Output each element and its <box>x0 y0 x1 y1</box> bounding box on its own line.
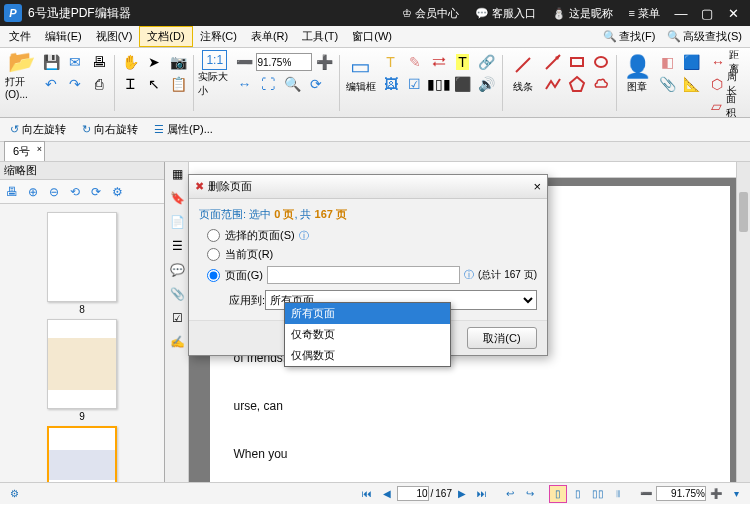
text-edit-button[interactable]: T <box>380 51 402 73</box>
thumbnail-page-8[interactable]: 8 <box>4 212 160 315</box>
properties-button[interactable]: ☰属性(P)... <box>148 120 219 139</box>
thumbnail-page-9[interactable]: 9 <box>4 319 160 422</box>
view-single[interactable]: ▯ <box>549 485 567 503</box>
zoom-out-nav[interactable]: ➖ <box>637 485 655 503</box>
thumb-zoom-out[interactable]: ⊖ <box>44 182 64 202</box>
opt-selected-pages[interactable]: 选择的页面(S) ⓘ <box>207 228 537 243</box>
area-tool[interactable]: ▱ 面积 <box>707 95 745 117</box>
page-input[interactable] <box>397 486 429 501</box>
nav-back[interactable]: ↩ <box>501 485 519 503</box>
highlight-button[interactable]: T <box>452 51 474 73</box>
radio-current[interactable] <box>207 248 220 261</box>
undo-button[interactable]: ↶ <box>40 73 62 95</box>
arrow-shape[interactable] <box>542 51 564 73</box>
sidebar-comments-tab[interactable]: 💬 <box>165 258 189 282</box>
thumb-print[interactable]: 🖶 <box>2 182 22 202</box>
thumb-rot-left[interactable]: ⟲ <box>65 182 85 202</box>
actual-size-button[interactable]: 1:1 实际大小 <box>198 52 231 96</box>
rotate-view-button[interactable]: ⟳ <box>305 73 327 95</box>
zoom-input[interactable] <box>656 486 706 501</box>
dropdown-option-odd[interactable]: 仅奇数页 <box>285 324 450 345</box>
pages-input[interactable] <box>267 266 460 284</box>
redact-button[interactable]: ⬛ <box>452 73 474 95</box>
nav-forward[interactable]: ↪ <box>521 485 539 503</box>
minimize-button[interactable]: — <box>668 0 694 26</box>
polygon-shape[interactable] <box>566 73 588 95</box>
thumb-zoom-in[interactable]: ⊕ <box>23 182 43 202</box>
view-facing[interactable]: ▯▯ <box>589 485 607 503</box>
clipboard-tool[interactable]: 📋 <box>167 73 189 95</box>
nav-first[interactable]: ⏮ <box>358 485 376 503</box>
attach-tool[interactable]: 📎 <box>656 73 678 95</box>
dropdown-option-even[interactable]: 仅偶数页 <box>285 345 450 366</box>
sidebar-fields-tab[interactable]: ☑ <box>165 306 189 330</box>
thumb-options[interactable]: ⚙ <box>107 182 127 202</box>
scan-button[interactable]: ⎙ <box>88 73 110 95</box>
nickname-button[interactable]: ⛄这是昵称 <box>544 0 621 26</box>
sidebar-thumbnails-tab[interactable]: ▦ <box>165 162 189 186</box>
radio-selected[interactable] <box>207 229 220 242</box>
edit-frame-button[interactable]: ▭ 编辑框 <box>344 52 377 96</box>
opt-current-page[interactable]: 当前页(R) <box>207 247 537 262</box>
link-button[interactable]: 🔗 <box>476 51 498 73</box>
line-shapes-button[interactable]: 线条 <box>506 52 539 96</box>
info-icon[interactable]: ⓘ <box>299 229 309 243</box>
zoom-in-button[interactable]: ➕ <box>313 51 335 73</box>
sidebar-sign-tab[interactable]: ✍ <box>165 330 189 354</box>
polyline-shape[interactable] <box>542 73 564 95</box>
barcode-button[interactable]: ▮▯▮ <box>428 73 450 95</box>
stamp-button[interactable]: 👤 图章 <box>621 52 654 96</box>
menu-window[interactable]: 窗口(W) <box>345 27 399 46</box>
rect-shape[interactable] <box>566 51 588 73</box>
opt-pages[interactable]: 页面(G) ⓘ (总计 167 页) <box>207 266 537 284</box>
service-button[interactable]: 💬客服入口 <box>467 0 544 26</box>
menu-file[interactable]: 文件 <box>2 27 38 46</box>
member-center-button[interactable]: ♔会员中心 <box>394 0 467 26</box>
mail-button[interactable]: ✉ <box>64 51 86 73</box>
view-continuous[interactable]: ▯ <box>569 485 587 503</box>
thumb-rot-right[interactable]: ⟳ <box>86 182 106 202</box>
nav-options[interactable]: ⚙ <box>5 485 23 503</box>
open-button[interactable]: 📂 打开(O)... <box>5 52 38 96</box>
nav-last[interactable]: ⏭ <box>473 485 491 503</box>
snapshot-tool[interactable]: 📷 <box>167 51 189 73</box>
menu-doc[interactable]: 文档(D) <box>139 26 192 47</box>
zoom-dropdown[interactable]: ▾ <box>727 485 745 503</box>
cancel-button[interactable]: 取消(C) <box>467 327 537 349</box>
zoom-select[interactable] <box>256 53 312 71</box>
rotate-left-button[interactable]: ↺向左旋转 <box>4 120 72 139</box>
zoom-in-nav[interactable]: ➕ <box>707 485 725 503</box>
ellipse-shape[interactable] <box>590 51 612 73</box>
close-button[interactable]: ✕ <box>720 0 746 26</box>
dropdown-option-all[interactable]: 所有页面 <box>285 303 450 324</box>
select-tool[interactable]: ➤ <box>143 51 165 73</box>
fit-page-button[interactable]: ⛶ <box>257 73 279 95</box>
marquee-zoom-button[interactable]: 🔍 <box>281 73 303 95</box>
find-button[interactable]: 🔍查找(F) <box>597 27 661 46</box>
image-edit-button[interactable]: 🖼 <box>380 73 402 95</box>
measure-tool[interactable]: 📐 <box>680 73 702 95</box>
radio-pages[interactable] <box>207 269 220 282</box>
nav-next[interactable]: ▶ <box>453 485 471 503</box>
sidebar-attach-tab[interactable]: 📎 <box>165 282 189 306</box>
rotate-right-button[interactable]: ↻向右旋转 <box>76 120 144 139</box>
cloud-shape[interactable] <box>590 73 612 95</box>
sound-button[interactable]: 🔊 <box>476 73 498 95</box>
document-tab[interactable]: 6号 × <box>4 141 45 161</box>
pointer-tool[interactable]: ↖ <box>143 73 165 95</box>
form-edit-button[interactable]: ☑ <box>404 73 426 95</box>
save-button[interactable]: 💾 <box>40 51 62 73</box>
info-icon-2[interactable]: ⓘ <box>464 268 474 282</box>
menu-annot[interactable]: 注释(C) <box>193 27 244 46</box>
view-cont-facing[interactable]: ⫴ <box>609 485 627 503</box>
redo-button[interactable]: ↷ <box>64 73 86 95</box>
advanced-find-button[interactable]: 🔍高级查找(S) <box>661 27 748 46</box>
menu-button[interactable]: ≡菜单 <box>621 0 668 26</box>
eraser-tool[interactable]: ◧ <box>656 51 678 73</box>
tab-close-icon[interactable]: × <box>37 144 42 154</box>
stamp-tool[interactable]: 🟦 <box>680 51 702 73</box>
thumbnail-page-10[interactable]: 10 <box>4 426 160 482</box>
sidebar-layers-tab[interactable]: ☰ <box>165 234 189 258</box>
sidebar-pages-tab[interactable]: 📄 <box>165 210 189 234</box>
zoom-out-button[interactable]: ➖ <box>233 51 255 73</box>
